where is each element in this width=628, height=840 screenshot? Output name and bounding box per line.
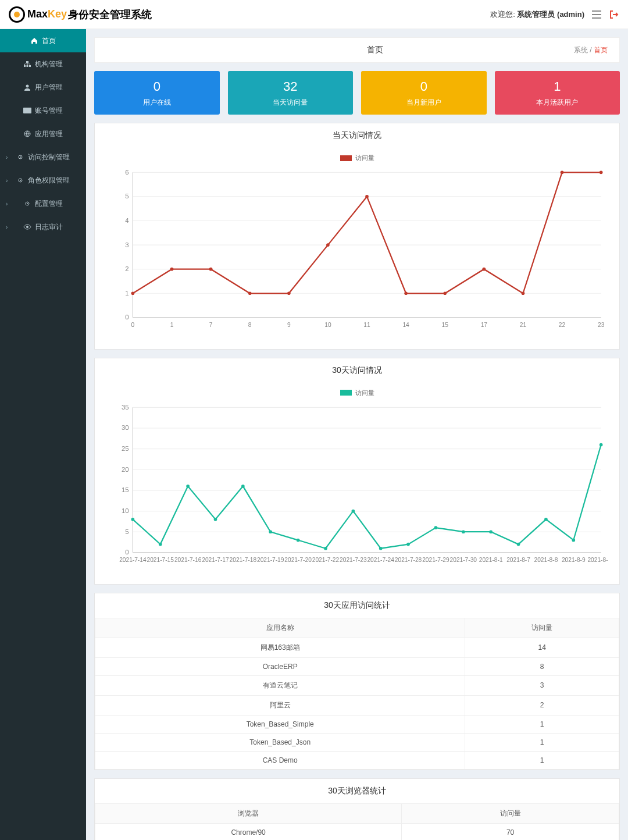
- globe-icon: [23, 130, 31, 137]
- table-cell: Token_Based_Json: [95, 733, 465, 751]
- svg-point-45: [209, 268, 213, 271]
- svg-text:0: 0: [125, 314, 129, 321]
- svg-text:8: 8: [248, 322, 252, 328]
- table-cell: 网易163邮箱: [95, 638, 465, 657]
- svg-point-95: [214, 518, 217, 521]
- table1-panel: 30天应用访问统计 应用名称访问量网易163邮箱14OracleERP8有道云笔…: [94, 593, 620, 770]
- table-cell: 有道云笔记: [95, 675, 465, 695]
- svg-text:2021-7-17: 2021-7-17: [202, 557, 229, 563]
- app-table: 应用名称访问量网易163邮箱14OracleERP8有道云笔记3阿里云2Toke…: [95, 618, 619, 770]
- svg-text:3: 3: [125, 241, 129, 248]
- svg-text:1: 1: [170, 322, 174, 328]
- chart1-legend-label: 访问量: [355, 154, 374, 162]
- sidebar-item-7[interactable]: ›配置管理: [0, 192, 86, 215]
- table-cell: 70: [402, 823, 619, 840]
- sidebar-item-6[interactable]: ›角色权限管理: [0, 169, 86, 192]
- svg-text:11: 11: [363, 322, 370, 328]
- chevron-right-icon: ›: [6, 154, 8, 161]
- welcome-text: 欢迎您: 系统管理员 (admin): [490, 9, 584, 20]
- svg-point-102: [406, 543, 410, 546]
- home-icon: [30, 37, 38, 44]
- stat-value: 0: [367, 79, 481, 94]
- svg-point-50: [404, 291, 408, 295]
- table-cell: 1: [465, 715, 619, 733]
- svg-point-109: [600, 443, 603, 447]
- sidebar-item-5[interactable]: ›访问控制管理: [0, 145, 86, 169]
- svg-text:2021-7-22: 2021-7-22: [312, 557, 340, 563]
- svg-point-96: [241, 485, 245, 488]
- svg-text:21: 21: [520, 322, 527, 328]
- svg-text:7: 7: [209, 322, 213, 328]
- sidebar-item-8[interactable]: ›日志审计: [0, 215, 86, 239]
- svg-text:5: 5: [125, 193, 129, 200]
- chevron-right-icon: ›: [6, 201, 8, 207]
- svg-text:30: 30: [122, 424, 129, 431]
- sidebar-item-1[interactable]: 机构管理: [0, 52, 86, 76]
- table-cell: Token_Based_Simple: [95, 715, 465, 733]
- welcome-prefix: 欢迎您:: [490, 10, 515, 19]
- svg-point-101: [379, 547, 383, 550]
- stat-label: 当月新用户: [367, 98, 481, 108]
- svg-point-43: [131, 291, 135, 295]
- svg-text:35: 35: [122, 404, 129, 411]
- sidebar-item-label: 用户管理: [35, 83, 63, 92]
- table-row: CAS Demo1: [95, 751, 619, 769]
- svg-text:20: 20: [122, 466, 129, 473]
- table-cell: Chrome/90: [95, 823, 402, 840]
- svg-text:22: 22: [559, 322, 566, 328]
- table1-title: 30天应用访问统计: [95, 593, 619, 618]
- stat-cards: 0用户在线32当天访问量0当月新用户1本月活跃用户: [94, 71, 620, 115]
- svg-text:17: 17: [481, 322, 488, 328]
- svg-rect-2: [27, 65, 28, 67]
- svg-text:2021-7-28: 2021-7-28: [395, 557, 422, 563]
- cogs-icon: [16, 154, 24, 161]
- svg-point-104: [462, 530, 465, 533]
- stat-value: 1: [501, 79, 615, 94]
- table-header: 访问量: [402, 803, 619, 823]
- stat-card-1: 32当天访问量: [228, 71, 354, 115]
- header-right: 欢迎您: 系统管理员 (admin): [490, 9, 619, 20]
- svg-text:4: 4: [125, 217, 129, 224]
- logout-icon[interactable]: [609, 9, 619, 20]
- chart2-legend: 访问量: [106, 389, 608, 397]
- stat-card-3: 1本月活跃用户: [495, 71, 620, 115]
- chart2: 051015202530352021-7-142021-7-152021-7-1…: [106, 401, 608, 572]
- sidebar-item-2[interactable]: 用户管理: [0, 76, 86, 99]
- svg-text:23: 23: [598, 322, 605, 328]
- table-header: 访问量: [465, 618, 619, 638]
- table-row: Chrome/9070: [95, 823, 619, 840]
- svg-point-53: [522, 291, 525, 295]
- table-cell: 2: [465, 695, 619, 715]
- table-cell: 8: [465, 657, 619, 675]
- sidebar-item-4[interactable]: 应用管理: [0, 122, 86, 145]
- svg-text:2021-7-23: 2021-7-23: [340, 557, 367, 563]
- brand-rest: 身份安全管理系统: [68, 8, 152, 22]
- stat-value: 0: [100, 79, 214, 94]
- sidebar-item-label: 机构管理: [35, 59, 63, 69]
- sidebar-item-label: 配置管理: [35, 199, 63, 209]
- breadcrumb-prefix: 系统 /: [574, 46, 592, 54]
- menu-icon[interactable]: [591, 9, 602, 20]
- stat-label: 当天访问量: [234, 98, 348, 108]
- sidebar-item-0[interactable]: 首页: [0, 29, 86, 52]
- chart1-panel: 当天访问情况 访问量 0123456017891011141517212223: [94, 123, 620, 350]
- stat-card-2: 0当月新用户: [361, 71, 487, 115]
- svg-text:0: 0: [125, 549, 129, 556]
- svg-point-100: [351, 510, 355, 513]
- svg-point-108: [572, 539, 575, 542]
- breadcrumb-current[interactable]: 首页: [594, 46, 608, 54]
- logo[interactable]: MaxKey 身份安全管理系统: [9, 6, 152, 23]
- chart1-legend: 访问量: [106, 154, 608, 162]
- svg-text:1: 1: [125, 290, 129, 297]
- svg-text:2021-7-18: 2021-7-18: [230, 557, 257, 563]
- sidebar-item-3[interactable]: 账号管理: [0, 99, 86, 122]
- svg-text:2021-7-20: 2021-7-20: [284, 557, 312, 563]
- svg-text:10: 10: [324, 322, 331, 328]
- svg-text:2021-7-19: 2021-7-19: [257, 557, 284, 563]
- svg-text:2: 2: [125, 265, 129, 272]
- chevron-right-icon: ›: [6, 224, 8, 230]
- table-cell: CAS Demo: [95, 751, 465, 769]
- sidebar-item-label: 首页: [42, 36, 56, 46]
- welcome-user: 系统管理员 (admin): [517, 10, 584, 19]
- chart1-swatch: [340, 155, 352, 161]
